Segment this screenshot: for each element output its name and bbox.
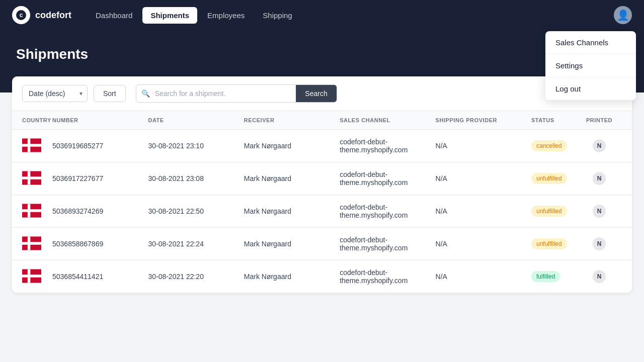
col-number: NUMBER — [52, 117, 148, 123]
cell-status: unfulfilled — [531, 206, 577, 217]
cell-receiver: Mark Nørgaard — [244, 207, 340, 215]
cell-shipping-provider: N/A — [436, 273, 531, 281]
flag-denmark — [22, 171, 41, 185]
nav-link-shipments[interactable]: Shipments — [142, 7, 197, 24]
flag-denmark — [22, 269, 41, 283]
col-sales-channel: SALES CHANNEL — [340, 117, 435, 123]
printed-badge: N — [593, 205, 606, 218]
cell-printed: N — [577, 270, 622, 283]
svg-rect-16 — [22, 275, 41, 277]
cell-date: 30-08-2021 23:08 — [148, 174, 244, 183]
cell-sales-channel: codefort-debut-theme.myshopify.com — [340, 236, 435, 252]
printed-badge: N — [593, 172, 606, 185]
cell-number: 5036893274269 — [52, 207, 148, 215]
sort-select[interactable]: Date (desc) Date (asc) — [22, 85, 88, 102]
flag-denmark — [22, 204, 41, 218]
svg-text:c: c — [20, 12, 23, 19]
dropdown-menu: Sales Channels Settings Log out — [545, 31, 636, 100]
nav-links: Dashboard Shipments Employees Shipping — [88, 7, 614, 24]
search-input[interactable] — [155, 85, 296, 102]
cell-sales-channel: codefort-debut-theme.myshopify.com — [340, 170, 435, 187]
cell-date: 30-08-2021 23:10 — [148, 142, 244, 150]
col-status: STATUS — [531, 117, 577, 123]
col-receiver: RECEIVER — [244, 117, 340, 123]
svg-rect-13 — [22, 242, 41, 244]
cell-flag — [22, 236, 52, 252]
dropdown-item-settings[interactable]: Settings — [545, 54, 636, 77]
col-date: DATE — [148, 117, 244, 123]
content-area: Date (desc) Date (asc) ▾ Sort 🔍 Search C… — [0, 76, 644, 305]
search-icon: 🔍 — [136, 85, 155, 102]
cell-date: 30-08-2021 22:20 — [148, 273, 244, 281]
cell-flag — [22, 171, 52, 187]
flag-denmark — [22, 138, 41, 152]
cell-status: unfulfilled — [531, 238, 577, 249]
navbar: c codefort Dashboard Shipments Employees… — [0, 0, 644, 30]
status-badge: fulfilled — [531, 271, 560, 282]
cell-status: fulfilled — [531, 271, 577, 282]
cell-receiver: Mark Nørgaard — [244, 273, 340, 281]
cell-date: 30-08-2021 22:24 — [148, 240, 244, 248]
page-title: Shipments — [16, 46, 628, 62]
cell-shipping-provider: N/A — [436, 240, 531, 248]
status-badge: unfulfilled — [531, 173, 567, 184]
nav-link-dashboard[interactable]: Dashboard — [88, 7, 140, 24]
logo-area[interactable]: c codefort — [12, 6, 71, 24]
printed-badge: N — [593, 139, 606, 152]
cell-shipping-provider: N/A — [436, 174, 531, 183]
table-row[interactable]: 5036854411421 30-08-2021 22:20 Mark Nørg… — [12, 260, 632, 293]
nav-link-employees[interactable]: Employees — [199, 7, 253, 24]
cell-date: 30-08-2021 22:50 — [148, 207, 244, 215]
cell-printed: N — [577, 172, 622, 185]
cell-status: unfulfilled — [531, 173, 577, 184]
cell-number: 5036919685277 — [52, 142, 148, 150]
printed-badge: N — [593, 237, 606, 250]
cell-number: 5036858867869 — [52, 240, 148, 248]
table-body: 5036919685277 30-08-2021 23:10 Mark Nørg… — [12, 130, 632, 293]
sort-button[interactable]: Sort — [94, 85, 126, 102]
status-badge: unfulfilled — [531, 206, 567, 217]
table-row[interactable]: 5036893274269 30-08-2021 22:50 Mark Nørg… — [12, 195, 632, 228]
cell-sales-channel: codefort-debut-theme.myshopify.com — [340, 268, 435, 285]
cell-receiver: Mark Nørgaard — [244, 174, 340, 183]
search-wrapper: 🔍 Search — [136, 84, 337, 103]
cell-shipping-provider: N/A — [436, 142, 531, 150]
search-button[interactable]: Search — [296, 85, 336, 102]
col-shipping-provider: SHIPPING PROVIDER — [436, 117, 531, 123]
dropdown-item-sales-channels[interactable]: Sales Channels — [545, 31, 636, 54]
logo-text: codefort — [35, 10, 71, 21]
cell-number: 5036917227677 — [52, 174, 148, 183]
main-card: Date (desc) Date (asc) ▾ Sort 🔍 Search C… — [12, 76, 632, 293]
table-row[interactable]: 5036917227677 30-08-2021 23:08 Mark Nørg… — [12, 162, 632, 195]
status-badge: unfulfilled — [531, 238, 567, 249]
sort-select-wrapper: Date (desc) Date (asc) ▾ — [22, 85, 88, 102]
svg-rect-4 — [22, 144, 41, 146]
table-row[interactable]: 5036858867869 30-08-2021 22:24 Mark Nørg… — [12, 228, 632, 260]
dropdown-item-logout[interactable]: Log out — [545, 77, 636, 100]
logo-icon: c — [12, 6, 30, 24]
col-printed: PRINTED — [577, 117, 622, 123]
cell-flag — [22, 269, 52, 285]
cell-flag — [22, 204, 52, 219]
table-row[interactable]: 5036919685277 30-08-2021 23:10 Mark Nørg… — [12, 130, 632, 162]
avatar[interactable]: 👤 — [614, 6, 632, 24]
svg-rect-7 — [22, 176, 41, 179]
cell-shipping-provider: N/A — [436, 207, 531, 215]
toolbar: Date (desc) Date (asc) ▾ Sort 🔍 Search — [12, 76, 632, 111]
cell-sales-channel: codefort-debut-theme.myshopify.com — [340, 203, 435, 219]
cell-receiver: Mark Nørgaard — [244, 240, 340, 248]
printed-badge: N — [593, 270, 606, 283]
cell-printed: N — [577, 237, 622, 250]
cell-receiver: Mark Nørgaard — [244, 142, 340, 150]
cell-printed: N — [577, 205, 622, 218]
status-badge: cancelled — [531, 140, 567, 151]
table-header: COUNTRY NUMBER DATE RECEIVER SALES CHANN… — [12, 111, 632, 130]
nav-link-shipping[interactable]: Shipping — [255, 7, 300, 24]
cell-flag — [22, 138, 52, 154]
flag-denmark — [22, 236, 41, 250]
cell-printed: N — [577, 139, 622, 152]
cell-status: cancelled — [531, 140, 577, 151]
svg-rect-10 — [22, 209, 41, 212]
cell-sales-channel: codefort-debut-theme.myshopify.com — [340, 138, 435, 154]
cell-number: 5036854411421 — [52, 273, 148, 281]
